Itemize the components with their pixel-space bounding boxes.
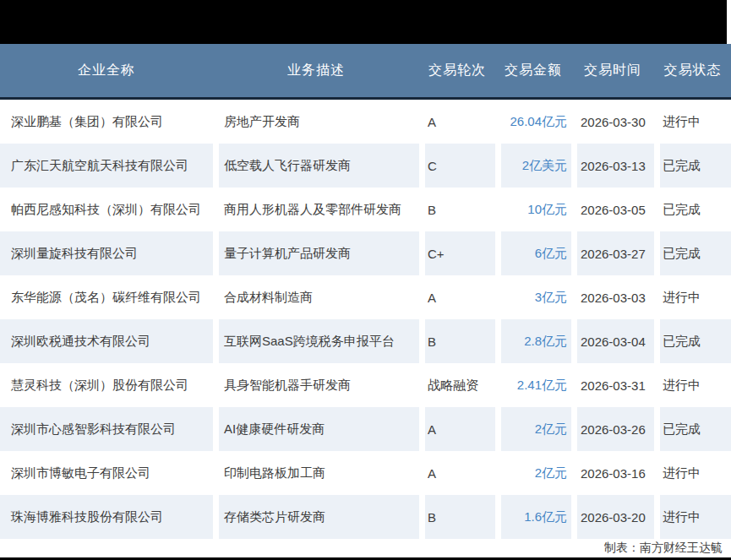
cell-status: 已完成 [654,319,731,363]
cell-company: 深圳量旋科技有限公司 [0,231,213,275]
table-row: 深业鹏基（集团）有限公司房地产开发商A26.04亿元2026-03-30进行中 [0,100,731,144]
cell-business: 量子计算机产品研发商 [213,231,419,275]
table-credit: 制表：南方财经王达毓 [0,539,731,557]
table-body: 深业鹏基（集团）有限公司房地产开发商A26.04亿元2026-03-30进行中广… [0,100,731,539]
cell-status: 进行中 [654,451,731,495]
table-row: 深圳欧税通技术有限公司互联网SaaS跨境税务申报平台B2.8亿元2026-03-… [0,319,731,363]
cell-round: A [419,100,495,144]
table-row: 慧灵科技（深圳）股份有限公司具身智能机器手研发商战略融资2.41亿元2026-0… [0,363,731,407]
cell-business: 互联网SaaS跨境税务申报平台 [213,319,419,363]
cell-status: 已完成 [654,407,731,451]
cell-status: 已完成 [654,231,731,275]
cell-status: 进行中 [654,363,731,407]
cell-company: 帕西尼感知科技（深圳）有限公司 [0,188,213,231]
cell-company: 深业鹏基（集团）有限公司 [0,100,213,144]
table-row: 广东汇天航空航天科技有限公司低空载人飞行器研发商C2亿美元2026-03-13已… [0,144,731,188]
cell-company: 慧灵科技（深圳）股份有限公司 [0,363,213,407]
cell-amount: 26.04亿元 [495,100,571,144]
cell-status: 进行中 [654,495,731,539]
cell-round: B [419,188,495,231]
cell-date: 2026-03-05 [571,188,654,231]
cell-round: 战略融资 [419,363,495,407]
cell-company: 深圳欧税通技术有限公司 [0,319,213,363]
cell-round: C+ [419,231,495,275]
table-row: 珠海博雅科技股份有限公司存储类芯片研发商B1.6亿元2026-03-20进行中 [0,495,731,539]
cell-business: 房地产开发商 [213,100,419,144]
cell-status: 已完成 [654,144,731,188]
funding-table: 企业全称业务描述交易轮次交易金额交易时间交易状态 深业鹏基（集团）有限公司房地产… [0,44,731,539]
cell-round: A [419,275,495,319]
cell-business: 商用人形机器人及零部件研发商 [213,188,419,231]
cell-amount: 10亿元 [495,188,571,231]
cell-business: AI健康硬件研发商 [213,407,419,451]
cell-round: B [419,495,495,539]
column-header-company: 企业全称 [0,44,213,97]
cell-date: 2026-03-26 [571,407,654,451]
cell-business: 合成材料制造商 [213,275,419,319]
cell-company: 广东汇天航空航天科技有限公司 [0,144,213,188]
cell-round: A [419,407,495,451]
cell-date: 2026-03-13 [571,144,654,188]
table-row: 东华能源（茂名）碳纤维有限公司合成材料制造商A3亿元2026-03-03进行中 [0,275,731,319]
column-header-date: 交易时间 [571,44,654,97]
cell-company: 东华能源（茂名）碳纤维有限公司 [0,275,213,319]
table-row: 深圳市心感智影科技有限公司AI健康硬件研发商A2亿元2026-03-26已完成 [0,407,731,451]
cell-date: 2026-03-04 [571,319,654,363]
cell-amount: 2.41亿元 [495,363,571,407]
cell-date: 2026-03-16 [571,451,654,495]
cell-status: 进行中 [654,100,731,144]
table-row: 深圳市博敏电子有限公司印制电路板加工商A2亿元2026-03-16进行中 [0,451,731,495]
cell-business: 具身智能机器手研发商 [213,363,419,407]
cell-date: 2026-03-03 [571,275,654,319]
cell-round: C [419,144,495,188]
column-header-round: 交易轮次 [419,44,495,97]
cell-date: 2026-03-27 [571,231,654,275]
cell-status: 进行中 [654,275,731,319]
cell-company: 珠海博雅科技股份有限公司 [0,495,213,539]
cell-business: 低空载人飞行器研发商 [213,144,419,188]
cell-amount: 2亿美元 [495,144,571,188]
cell-date: 2026-03-31 [571,363,654,407]
title-redaction-bar [0,0,727,44]
cell-date: 2026-03-20 [571,495,654,539]
cell-amount: 2亿元 [495,451,571,495]
column-header-amount: 交易金额 [495,44,571,97]
cell-amount: 2亿元 [495,407,571,451]
cell-amount: 2.8亿元 [495,319,571,363]
cell-amount: 6亿元 [495,231,571,275]
cell-company: 深圳市博敏电子有限公司 [0,451,213,495]
column-header-status: 交易状态 [654,44,731,97]
table-row: 深圳量旋科技有限公司量子计算机产品研发商C+6亿元2026-03-27已完成 [0,231,731,275]
column-header-business: 业务描述 [213,44,419,97]
funding-table-infographic: 企业全称业务描述交易轮次交易金额交易时间交易状态 深业鹏基（集团）有限公司房地产… [0,0,731,560]
cell-business: 存储类芯片研发商 [213,495,419,539]
table-row: 帕西尼感知科技（深圳）有限公司商用人形机器人及零部件研发商B10亿元2026-0… [0,188,731,231]
cell-amount: 3亿元 [495,275,571,319]
cell-date: 2026-03-30 [571,100,654,144]
cell-round: B [419,319,495,363]
cell-round: A [419,451,495,495]
cell-business: 印制电路板加工商 [213,451,419,495]
cell-amount: 1.6亿元 [495,495,571,539]
cell-status: 已完成 [654,188,731,231]
cell-company: 深圳市心感智影科技有限公司 [0,407,213,451]
table-header-row: 企业全称业务描述交易轮次交易金额交易时间交易状态 [0,44,731,100]
